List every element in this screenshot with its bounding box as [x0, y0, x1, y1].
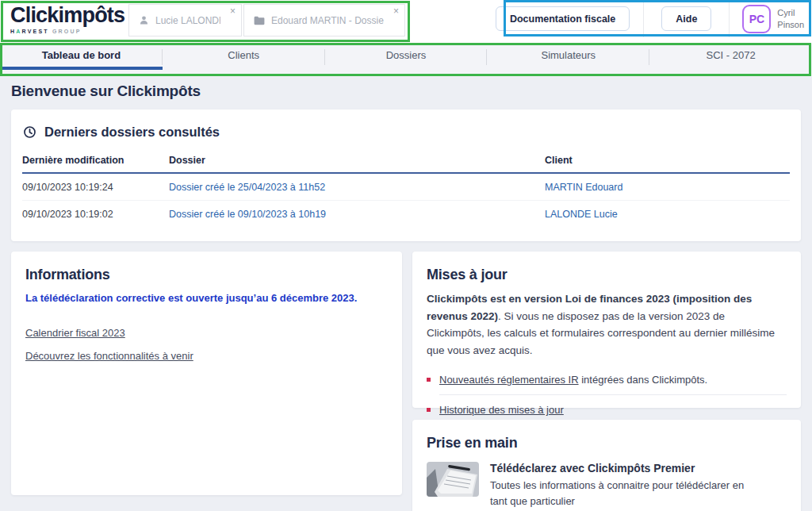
folder-icon — [254, 16, 265, 25]
client-link[interactable]: MARTIN Edouard — [545, 182, 790, 193]
dossier-link[interactable]: Dossier créé le 25/04/2023 à 11h52 — [169, 182, 545, 193]
item-description: Toutes les informations à connaitre pour… — [490, 478, 764, 509]
dossier-tab-edouard-martin[interactable]: Edouard MARTIN - Dossier cr… × — [243, 4, 405, 36]
app-window: Clickimpôts HARVEST GROUP Lucie LALONDE … — [0, 0, 812, 511]
dossier-link[interactable]: Dossier créé le 09/10/2023 à 10h19 — [169, 209, 545, 220]
tab-clients[interactable]: Clients — [163, 44, 325, 70]
app-logo[interactable]: Clickimpôts HARVEST GROUP — [0, 0, 127, 44]
top-bar: Clickimpôts HARVEST GROUP Lucie LALONDE … — [0, 0, 812, 44]
calendrier-fiscal-link[interactable]: Calendrier fiscal 2023 — [25, 327, 125, 339]
recent-card-title: Derniers dossiers consultés — [44, 125, 220, 140]
informations-title: Informations — [25, 267, 388, 283]
col-dossier: Dossier — [169, 155, 545, 166]
main-content: Bienvenue sur Clickimpôts Derniers dossi… — [0, 77, 812, 511]
table-row: 09/10/2023 10:19:02 Dossier créé le 09/1… — [22, 201, 790, 227]
avatar[interactable]: PC — [742, 5, 771, 33]
open-dossier-tabs: Lucie LALONDE × Edouard MARTIN - Dossier… — [127, 4, 405, 44]
list-item: Nouveautés réglementaires IR intégrées d… — [427, 369, 787, 390]
mises-a-jour-card: Mises à jour Clickimpôts est en version … — [412, 252, 801, 408]
thumbnail-image — [427, 462, 479, 497]
right-column: Mises à jour Clickimpôts est en version … — [412, 252, 801, 511]
tab-simulateurs[interactable]: Simulateurs — [487, 44, 649, 70]
dossier-tab-label: Edouard MARTIN - Dossier cr… — [271, 15, 384, 26]
updates-list: Nouveautés réglementaires IR intégrées d… — [427, 369, 787, 421]
informations-card: Informations La télédéclaration correcti… — [11, 252, 402, 495]
clock-icon — [23, 125, 36, 139]
teledeclarez-item[interactable]: Télédéclarez avec Clickimpôts Premier To… — [427, 462, 787, 509]
dossier-tab-label: Lucie LALONDE — [155, 15, 220, 26]
version-paragraph: Clickimpôts est en version Loi de financ… — [427, 290, 787, 359]
documentation-fiscale-button[interactable]: Documentation fiscale — [496, 6, 630, 31]
nouveautes-ir-link[interactable]: Nouveautés réglementaires IR — [439, 374, 579, 386]
prise-en-main-card: Prise en main — [412, 420, 801, 511]
person-icon — [139, 15, 149, 25]
cell-modified: 09/10/2023 10:19:24 — [22, 182, 169, 193]
logo-subtitle: HARVEST GROUP — [10, 29, 127, 34]
dossier-tab-lucie-lalonde[interactable]: Lucie LALONDE × — [128, 4, 242, 36]
tab-tableau-de-bord[interactable]: Tableau de bord — [0, 44, 163, 70]
main-nav: Tableau de bord Clients Dossiers Simulat… — [0, 44, 812, 77]
table-header: Dernière modification Dossier Client — [22, 152, 790, 174]
red-bullet-icon — [427, 408, 431, 412]
table-row: 09/10/2023 10:19:24 Dossier créé le 25/0… — [22, 174, 790, 201]
cell-modified: 09/10/2023 10:19:02 — [22, 209, 169, 220]
page-title: Bienvenue sur Clickimpôts — [11, 83, 801, 100]
client-link[interactable]: LALONDE Lucie — [545, 209, 790, 220]
list-item: Historique des mises à jour — [427, 399, 787, 421]
header-divider — [643, 0, 644, 37]
teledeclaration-notice: La télédéclaration corrective est ouvert… — [25, 291, 388, 305]
user-menu[interactable]: PC Cyril Pinson — [742, 5, 804, 33]
header-divider — [729, 0, 730, 37]
aide-button[interactable]: Aide — [661, 6, 711, 31]
harvest-triangle-glyph: A — [16, 29, 21, 34]
close-icon[interactable]: × — [230, 6, 236, 16]
list-divider — [439, 394, 787, 395]
tab-dossiers[interactable]: Dossiers — [325, 44, 488, 70]
col-derniere-modification: Dernière modification — [22, 155, 169, 166]
recent-card-header: Derniers dossiers consultés — [22, 110, 790, 140]
header-actions: Documentation fiscale Aide PC Cyril Pins… — [481, 0, 812, 37]
user-name: Cyril Pinson — [777, 7, 804, 30]
fonctionnalites-link[interactable]: Découvrez les fonctionnalités à venir — [25, 350, 193, 362]
recent-dossiers-card: Derniers dossiers consultés Dernière mod… — [11, 110, 801, 241]
content-columns: Informations La télédéclaration correcti… — [11, 252, 801, 511]
logo-wordmark: Clickimpôts — [10, 4, 127, 28]
col-client: Client — [545, 155, 790, 166]
item-title: Télédéclarez avec Clickimpôts Premier — [490, 462, 764, 474]
red-bullet-icon — [427, 378, 431, 382]
close-icon[interactable]: × — [393, 6, 399, 16]
prise-en-main-title: Prise en main — [427, 435, 787, 451]
historique-link[interactable]: Historique des mises à jour — [439, 404, 564, 416]
mises-a-jour-title: Mises à jour — [427, 267, 787, 283]
item-text: Télédéclarez avec Clickimpôts Premier To… — [490, 462, 764, 509]
tab-sci-2072[interactable]: SCI - 2072 — [649, 44, 812, 70]
